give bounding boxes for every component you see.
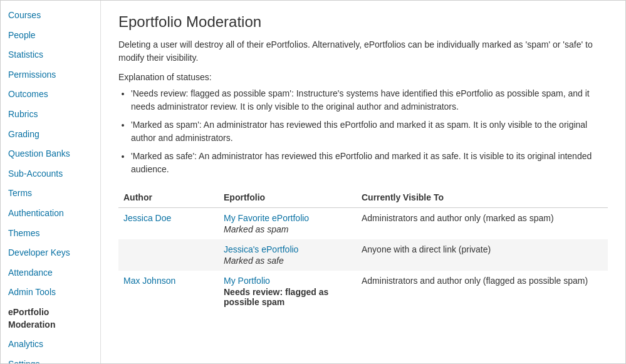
sidebar-item-attendance[interactable]: Attendance	[1, 263, 100, 283]
eportfolio-link[interactable]: My Favorite ePortfolio	[224, 213, 352, 223]
table-row: Jessica DoeMy Favorite ePortfolioMarked …	[118, 208, 608, 240]
col-header-eportfolio: Eportfolio	[219, 189, 357, 208]
sidebar-item-authentication[interactable]: Authentication	[1, 204, 100, 224]
table-cell-eportfolio: Jessica's ePortfolioMarked as safe	[219, 239, 357, 271]
table-body: Jessica DoeMy Favorite ePortfolioMarked …	[118, 208, 608, 313]
status-list-item: 'Marked as spam': An administrator has r…	[131, 118, 608, 145]
table-cell-visibility: Administrators and author only (flagged …	[357, 271, 608, 312]
sidebar: CoursesPeopleStatisticsPermissionsOutcom…	[1, 1, 101, 363]
sidebar-item-sub-accounts[interactable]: Sub-Accounts	[1, 164, 100, 184]
table-row: Jessica's ePortfolioMarked as safeAnyone…	[118, 239, 608, 271]
table-row: Max JohnsonMy PortfolioNeeds review: fla…	[118, 271, 608, 312]
sidebar-item-courses[interactable]: Courses	[1, 6, 100, 26]
sidebar-item-analytics[interactable]: Analytics	[1, 335, 100, 355]
sidebar-item-question-banks[interactable]: Question Banks	[1, 144, 100, 164]
sidebar-item-rubrics[interactable]: Rubrics	[1, 105, 100, 125]
sidebar-item-admin-tools[interactable]: Admin Tools	[1, 283, 100, 303]
main-content: Eportfolio Moderation Deleting a user wi…	[101, 1, 625, 363]
sidebar-item-people[interactable]: People	[1, 26, 100, 46]
col-header-author: Author	[118, 189, 219, 208]
status-list-item: 'Needs review: flagged as possible spam'…	[131, 87, 608, 113]
sidebar-item-terms[interactable]: Terms	[1, 184, 100, 204]
eportfolio-status: Needs review: flagged as possible spam	[224, 287, 352, 307]
eportfolio-link[interactable]: My Portfolio	[224, 276, 352, 286]
sidebar-item-themes[interactable]: Themes	[1, 224, 100, 244]
table-cell-author	[118, 239, 219, 271]
col-header-visibility: Currently Visible To	[357, 189, 608, 208]
table-cell-eportfolio: My Favorite ePortfolioMarked as spam	[219, 208, 357, 240]
page-title: Eportfolio Moderation	[118, 13, 608, 31]
sidebar-item-outcomes[interactable]: Outcomes	[1, 85, 100, 105]
table-cell-eportfolio: My PortfolioNeeds review: flagged as pos…	[219, 271, 357, 312]
eportfolio-status: Marked as spam	[224, 224, 352, 234]
table-cell-visibility: Administrators and author only (marked a…	[357, 208, 608, 240]
sidebar-item-statistics[interactable]: Statistics	[1, 45, 100, 65]
table-cell-author: Jessica Doe	[118, 208, 219, 240]
sidebar-item-eportfolio-moderation: ePortfolio Moderation	[1, 303, 100, 335]
sidebar-item-grading[interactable]: Grading	[1, 125, 100, 145]
table-cell-visibility: Anyone with a direct link (private)	[357, 239, 608, 271]
eportfolio-link[interactable]: Jessica's ePortfolio	[224, 244, 352, 254]
status-list: 'Needs review: flagged as possible spam'…	[131, 87, 608, 176]
intro-paragraph: Deleting a user will destroy all of thei…	[118, 38, 608, 65]
table-cell-author: Max Johnson	[118, 271, 219, 312]
eportfolio-table: Author Eportfolio Currently Visible To J…	[118, 189, 608, 312]
explanation-label: Explanation of statuses:	[118, 72, 608, 82]
status-list-item: 'Marked as safe': An administrator has r…	[131, 150, 608, 176]
sidebar-item-developer-keys[interactable]: Developer Keys	[1, 243, 100, 263]
sidebar-item-settings[interactable]: Settings	[1, 355, 100, 363]
eportfolio-status: Marked as safe	[224, 256, 352, 266]
sidebar-item-permissions[interactable]: Permissions	[1, 65, 100, 85]
